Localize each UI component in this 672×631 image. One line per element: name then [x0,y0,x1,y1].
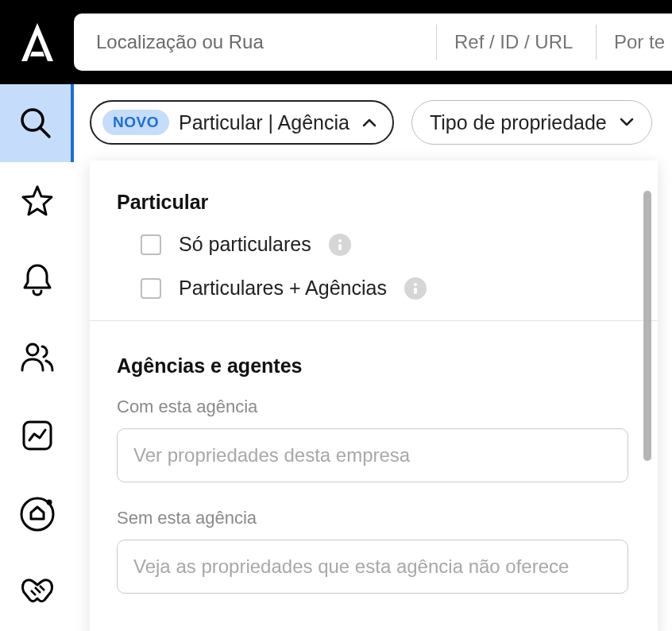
field-label-with-agency: Com esta agência [117,397,631,417]
with-agency-input[interactable] [117,428,628,482]
sidebar-item-alerts[interactable] [0,241,74,319]
svg-point-11 [414,283,417,286]
info-icon[interactable] [404,277,427,300]
chart-icon [21,419,54,452]
svg-rect-12 [414,288,417,294]
pill-label: Tipo de propriedade [430,111,607,134]
panel-section-particular: Particular Só particulares Particulares … [90,191,658,300]
svg-line-1 [41,128,49,137]
svg-line-6 [31,590,36,595]
filter-property-type[interactable]: Tipo de propriedade [411,100,652,145]
svg-point-2 [27,344,38,355]
divider [90,320,658,321]
sidebar-item-analytics[interactable] [0,397,74,474]
without-agency-input[interactable] [117,540,628,594]
scrollbar[interactable] [643,191,651,461]
dropdown-panel: Particular Só particulares Particulares … [90,161,658,631]
sidebar-item-partnership[interactable] [0,553,74,631]
panel-section-agencies: Agências e agentes Com esta agência Sem … [90,354,658,619]
search-type-input[interactable] [597,14,672,71]
sidebar-item-compass-home[interactable] [0,474,74,552]
content-area: NOVO Particular | Agência Tipo de propri… [74,84,672,631]
checkbox-label: Particulares + Agências [179,277,387,300]
info-icon[interactable] [329,234,351,256]
checkbox-label: Só particulares [179,233,311,256]
checkbox-row-only-particulars[interactable]: Só particulares [117,233,631,256]
section-title: Agências e agentes [117,354,631,377]
compass-home-icon [18,495,56,533]
logo[interactable] [0,0,74,84]
field-label-without-agency: Sem esta agência [117,508,631,528]
sidebar-item-people[interactable] [0,319,74,397]
svg-point-9 [338,239,342,242]
svg-line-7 [35,587,41,593]
sidebar-item-search[interactable] [0,84,74,162]
svg-line-8 [40,586,44,590]
people-icon [20,342,55,374]
logo-icon [18,21,56,63]
main-layout: NOVO Particular | Agência Tipo de propri… [0,84,672,631]
svg-rect-10 [338,244,342,250]
search-icon [19,106,52,140]
info-glyph-icon [411,282,419,295]
checkbox-row-particulars-agencies[interactable]: Particulares + Agências [117,277,631,300]
info-glyph-icon [336,238,344,251]
badge-new: NOVO [102,110,169,135]
chevron-down-icon [620,118,634,127]
pill-label: Particular | Agência [179,111,350,134]
bell-icon [21,262,53,297]
filter-pills-row: NOVO Particular | Agência Tipo de propri… [90,100,672,145]
svg-point-5 [46,499,52,505]
search-ref-input[interactable] [437,14,596,71]
search-location-input[interactable] [74,14,436,71]
checkbox[interactable] [141,234,161,255]
star-icon [20,184,55,219]
section-title: Particular [117,191,631,214]
handshake-icon [19,576,56,608]
sidebar-item-favorites[interactable] [0,162,74,240]
filter-particular-agency[interactable]: NOVO Particular | Agência [90,100,394,145]
checkbox[interactable] [141,278,161,299]
app-header [0,0,672,84]
sidebar [0,84,74,631]
search-bar [74,14,672,71]
chevron-up-icon [362,118,377,127]
